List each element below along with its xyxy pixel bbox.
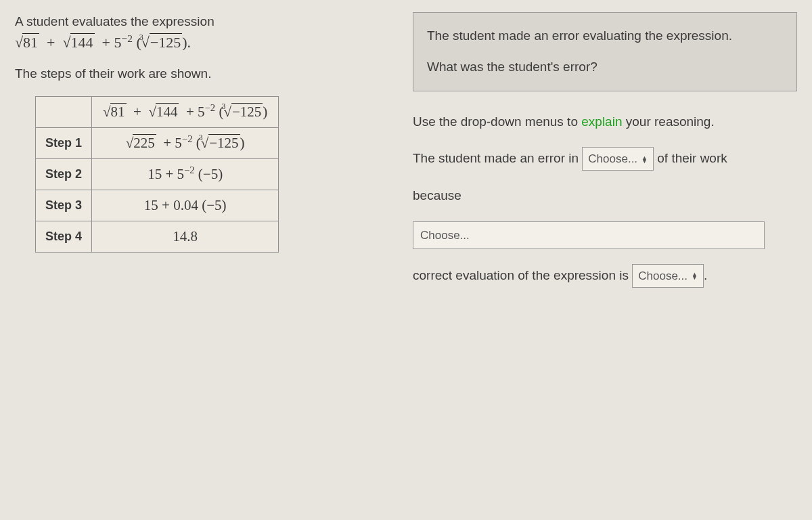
original-expression: 81 + 144 + 5−2 (3−125). [15,34,391,51]
table-row: Step 1 225 + 5−2 (3−125) [36,127,279,158]
prompt-line-2: What was the student's error? [427,56,783,78]
prompt-box: The student made an error evaluating the… [413,12,797,91]
sentence-3: correct evaluation of the expression is … [413,264,797,288]
chevron-updown-icon: ▲▼ [641,156,648,163]
steps-shown-text: The steps of their work are shown. [15,66,391,81]
because-text: because [413,186,797,206]
instruction-text: Use the drop-down menus to explain your … [413,112,797,132]
sentence-1: The student made an error in Choose...▲▼… [413,147,797,171]
row1-expression: 225 + 5−2 (3−125) [92,127,279,158]
step-label: Step 1 [36,127,92,158]
row2-expression: 15 + 5−2 (−5) [92,158,279,190]
work-steps-table: 81 + 144 + 5−2 (3−125) Step 1 225 + 5−2 … [35,96,279,253]
table-row: 81 + 144 + 5−2 (3−125) [36,96,279,127]
prompt-line-1: The student made an error evaluating the… [427,25,783,47]
dropdown-step[interactable]: Choose...▲▼ [582,147,654,171]
row0-expression: 81 + 144 + 5−2 (3−125) [92,96,279,127]
step-label: Step 3 [36,190,92,221]
row4-expression: 14.8 [92,221,279,252]
chevron-updown-icon: ▲▼ [692,273,698,280]
step-label: Step 4 [36,221,92,252]
dropdown-answer[interactable]: Choose...▲▼ [632,264,704,288]
dropdown-reason[interactable]: Choose... [413,221,765,249]
table-row: Step 2 15 + 5−2 (−5) [36,158,279,190]
table-row: Step 3 15 + 0.04 (−5) [36,190,279,221]
table-row: Step 4 14.8 [36,221,279,252]
row3-expression: 15 + 0.04 (−5) [92,190,279,221]
step-label: Step 2 [36,158,92,190]
intro-text: A student evaluates the expression [15,12,391,31]
